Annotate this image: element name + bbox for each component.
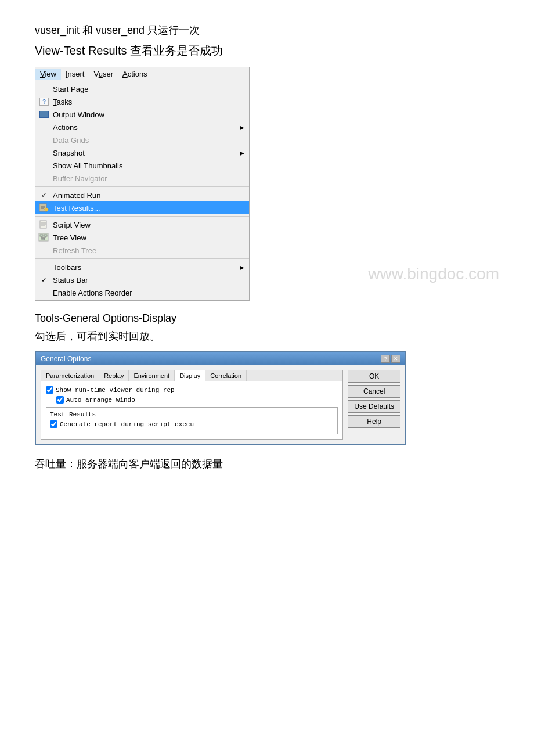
tasks-icon: ? xyxy=(39,97,49,106)
checkbox-row-2: Auto arrange windo xyxy=(46,396,338,404)
menu-item-buffer-navigator-label: Buffer Navigator xyxy=(53,174,237,183)
menu-item-test-results-label: Test Results... xyxy=(53,204,237,213)
use-defaults-button[interactable]: Use Defaults xyxy=(348,400,400,413)
menu-item-refresh-tree-label: Refresh Tree xyxy=(53,246,237,255)
test-results-group: Test Results Generate report during scri… xyxy=(46,407,338,434)
menu-item-script-view-label: Script View xyxy=(53,221,237,229)
tree-view-icon xyxy=(38,233,49,242)
menu-item-actions-label: Actions xyxy=(53,123,237,132)
checkbox-show-viewer[interactable] xyxy=(46,386,53,394)
menu-item-output-window-label: Output Window xyxy=(53,110,237,119)
menu-item-tasks[interactable]: ? Tasks xyxy=(35,95,249,108)
checkbox-row-1: Show run-time viewer during rep xyxy=(46,386,338,394)
dialog-tab-content: Show run-time viewer during rep Auto arr… xyxy=(41,381,342,439)
status-bar-check-icon: ✓ xyxy=(41,276,47,284)
menu-item-data-grids-label: Data Grids xyxy=(53,136,237,145)
intro-line2: View-Test Results 查看业务是否成功 xyxy=(35,43,499,59)
checkbox-show-viewer-label: Show run-time viewer during rep xyxy=(56,387,175,394)
cancel-button[interactable]: Cancel xyxy=(348,385,400,398)
menu-item-script-view[interactable]: Script View xyxy=(35,218,249,231)
section-subheading: 勾选后，可看到实时回放。 xyxy=(35,329,499,343)
tab-replay[interactable]: Replay xyxy=(99,370,129,381)
menu-item-enable-reorder-label: Enable Actions Reorder xyxy=(53,289,237,297)
svg-rect-11 xyxy=(40,235,43,236)
menu-item-animated-run[interactable]: ✓ Animated Run xyxy=(35,189,249,201)
menu-item-data-grids: Data Grids xyxy=(35,134,249,146)
dialog-left-panel: Parameterization Replay Environment Disp… xyxy=(41,370,343,440)
menu-item-toolbars-label: Toolbars xyxy=(53,263,237,272)
svg-point-4 xyxy=(45,208,48,211)
script-view-icon xyxy=(38,220,49,229)
dialog-titlebar: General Options ? ✕ xyxy=(36,352,405,365)
section-heading-tools: Tools-General Options-Display xyxy=(35,312,499,325)
menu-item-status-bar-label: Status Bar xyxy=(53,276,237,285)
menu-item-toolbars[interactable]: Toolbars xyxy=(35,261,249,273)
general-options-dialog-wrapper: General Options ? ✕ Parameterization Rep… xyxy=(35,351,499,445)
test-results-icon xyxy=(38,203,49,213)
menu-body: Start Page ? Tasks Output Window Actions… xyxy=(35,81,249,300)
menu-item-snapshot[interactable]: Snapshot xyxy=(35,146,249,159)
checkbox-auto-arrange[interactable] xyxy=(56,396,64,404)
menu-item-output-window[interactable]: Output Window xyxy=(35,108,249,121)
menu-separator-1 xyxy=(35,186,249,187)
menu-bar-actions[interactable]: Actions xyxy=(118,69,152,80)
checkbox-row-3: Generate report during script execu xyxy=(50,420,334,428)
menu-item-snapshot-label: Snapshot xyxy=(53,149,237,157)
dialog-content: Parameterization Replay Environment Disp… xyxy=(36,365,405,444)
dialog-titlebar-buttons: ? ✕ xyxy=(381,355,400,363)
dialog-right-panel: OK Cancel Use Defaults Help xyxy=(348,370,400,440)
watermark: www.bingdoc.com xyxy=(368,265,499,283)
dialog-close-btn[interactable]: ✕ xyxy=(391,355,400,363)
menu-item-show-thumbnails[interactable]: Show All Thumbnails xyxy=(35,159,249,172)
dialog-help-btn[interactable]: ? xyxy=(381,355,390,363)
dialog-tabs: Parameterization Replay Environment Disp… xyxy=(41,370,342,381)
general-options-dialog: General Options ? ✕ Parameterization Rep… xyxy=(35,351,406,445)
menu-bar: View Insert Vuser Actions xyxy=(35,67,249,81)
menu-item-start-page[interactable]: Start Page xyxy=(35,82,249,95)
menu-bar-view[interactable]: View xyxy=(35,69,61,80)
menu-item-show-thumbnails-label: Show All Thumbnails xyxy=(53,161,237,170)
tab-display[interactable]: Display xyxy=(175,370,205,381)
menu-item-start-page-label: Start Page xyxy=(53,85,237,93)
menu-item-enable-reorder[interactable]: Enable Actions Reorder xyxy=(35,286,249,299)
tab-parameterization[interactable]: Parameterization xyxy=(41,370,99,381)
ok-button[interactable]: OK xyxy=(348,370,400,383)
tab-environment[interactable]: Environment xyxy=(129,370,175,381)
menu-item-tree-view[interactable]: Tree View xyxy=(35,231,249,244)
menu-item-actions[interactable]: Actions xyxy=(35,121,249,134)
menu-item-animated-run-label: Animated Run xyxy=(53,191,237,200)
menu-separator-3 xyxy=(35,258,249,259)
checkbox-auto-arrange-label: Auto arrange windo xyxy=(66,397,135,404)
menu-item-tasks-label: Tasks xyxy=(53,98,237,106)
menu-item-test-results[interactable]: Test Results... xyxy=(35,201,249,214)
help-button[interactable]: Help xyxy=(348,415,400,428)
menu-item-status-bar[interactable]: ✓ Status Bar xyxy=(35,273,249,286)
menu-screenshot: View Insert Vuser Actions Start Page ? T… xyxy=(35,67,250,301)
checkbox-generate-report[interactable] xyxy=(50,420,57,428)
menu-bar-vuser[interactable]: Vuser xyxy=(89,69,118,80)
tab-correlation[interactable]: Correlation xyxy=(205,370,247,381)
menu-bar-insert[interactable]: Insert xyxy=(61,69,89,80)
menu-item-buffer-navigator: Buffer Navigator xyxy=(35,172,249,185)
svg-rect-12 xyxy=(44,235,47,236)
menu-separator-2 xyxy=(35,216,249,217)
test-results-legend-label: Test Results xyxy=(50,411,334,418)
checkbox-generate-report-label: Generate report during script execu xyxy=(60,421,194,428)
intro-line1: vuser_init 和 vuser_end 只运行一次 xyxy=(35,23,499,37)
output-window-icon xyxy=(39,110,49,119)
dialog-title: General Options xyxy=(41,355,91,363)
animated-run-check-icon: ✓ xyxy=(41,191,47,199)
menu-item-refresh-tree: Refresh Tree xyxy=(35,244,249,257)
bottom-text: 吞吐量：服务器端向客户端返回的数据量 xyxy=(35,457,499,471)
menu-item-tree-view-label: Tree View xyxy=(53,233,237,242)
